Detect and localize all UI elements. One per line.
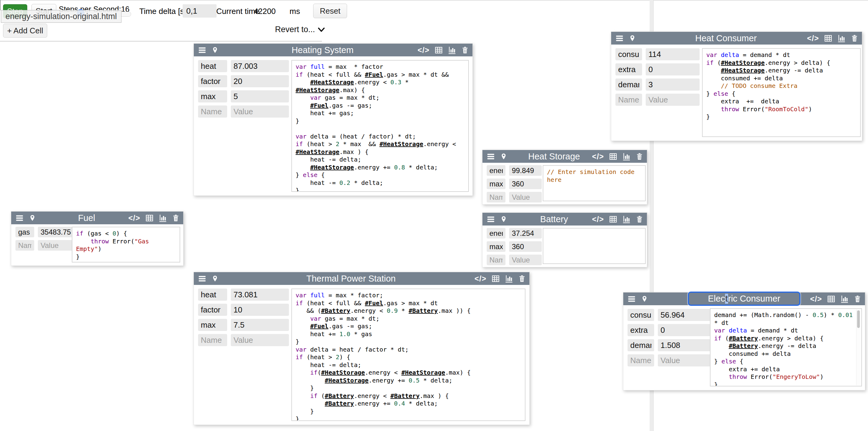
table-view-icon[interactable] <box>609 215 617 223</box>
code-editor[interactable]: var full = max * factor;if (heat < full … <box>291 289 525 421</box>
param-value-field[interactable] <box>509 241 542 252</box>
location-pin-icon[interactable] <box>641 295 648 303</box>
location-pin-icon[interactable] <box>212 275 218 283</box>
panel-title-input[interactable]: Electric Consumer <box>688 292 801 306</box>
code-editor[interactable]: var full = max * factorif (heat < full &… <box>291 60 469 192</box>
param-name-field[interactable] <box>198 334 227 346</box>
menu-icon[interactable] <box>16 214 24 222</box>
location-pin-icon[interactable] <box>500 215 507 223</box>
trash-icon[interactable] <box>172 214 180 222</box>
panel-header[interactable]: Fuel</> <box>11 211 183 224</box>
param-name-field[interactable] <box>627 354 654 367</box>
param-name-field[interactable] <box>16 227 34 237</box>
param-value-field[interactable] <box>646 94 700 106</box>
menu-icon[interactable] <box>627 295 636 303</box>
param-name-field[interactable] <box>627 309 654 321</box>
table-view-icon[interactable] <box>827 295 835 303</box>
param-name-field[interactable] <box>615 79 642 91</box>
param-name-field[interactable] <box>627 324 654 336</box>
param-value-field[interactable] <box>658 339 712 351</box>
param-name-field[interactable] <box>627 339 654 351</box>
table-view-icon[interactable] <box>145 214 154 222</box>
code-view-icon[interactable]: </> <box>128 214 140 223</box>
menu-icon[interactable] <box>198 275 206 283</box>
chart-view-icon[interactable] <box>622 152 630 161</box>
table-view-icon[interactable] <box>435 46 443 54</box>
param-name-field[interactable] <box>198 319 227 331</box>
param-value-field[interactable] <box>646 79 700 91</box>
menu-icon[interactable] <box>615 34 624 42</box>
param-name-field[interactable] <box>198 90 227 103</box>
trash-icon[interactable] <box>636 152 643 161</box>
param-name-field[interactable] <box>198 304 227 316</box>
trash-icon[interactable] <box>851 34 858 42</box>
code-view-icon[interactable]: </> <box>592 215 604 224</box>
param-value-field[interactable] <box>509 192 542 202</box>
param-name-field[interactable] <box>487 228 505 238</box>
location-pin-icon[interactable] <box>629 34 636 42</box>
code-editor[interactable]: var delta = demand * dtif (#HeatStorage.… <box>702 48 861 137</box>
revert-to-dropdown[interactable]: Revert to... <box>275 25 325 34</box>
menu-icon[interactable] <box>198 46 206 54</box>
param-name-field[interactable] <box>198 60 227 72</box>
param-name-field[interactable] <box>198 75 227 87</box>
panel-title[interactable]: Heat Storage <box>519 151 589 162</box>
location-pin-icon[interactable] <box>29 214 36 222</box>
panel-header[interactable]: Heat Storage</> <box>483 150 647 163</box>
panel-title[interactable]: Fuel <box>48 213 126 223</box>
table-view-icon[interactable] <box>824 34 832 42</box>
param-value-field[interactable] <box>658 324 712 336</box>
param-name-field[interactable] <box>487 178 505 189</box>
time-delta-input[interactable] <box>183 4 217 18</box>
param-value-field[interactable] <box>231 90 289 103</box>
param-name-field[interactable] <box>487 255 505 265</box>
trash-icon[interactable] <box>854 295 861 303</box>
param-value-field[interactable] <box>231 60 289 72</box>
chart-view-icon[interactable] <box>448 46 456 54</box>
param-value-field[interactable] <box>38 227 75 237</box>
menu-icon[interactable] <box>487 152 495 161</box>
trash-icon[interactable] <box>518 275 526 283</box>
chart-view-icon[interactable] <box>840 295 848 303</box>
param-name-field[interactable] <box>16 240 34 251</box>
param-value-field[interactable] <box>231 75 289 87</box>
code-scrollbar-thumb[interactable] <box>857 310 860 328</box>
panel-header[interactable]: Thermal Power Station</> <box>194 272 529 285</box>
chart-view-icon[interactable] <box>505 275 513 283</box>
param-value-field[interactable] <box>231 289 289 301</box>
param-name-field[interactable] <box>198 106 227 118</box>
table-view-icon[interactable] <box>492 275 500 283</box>
code-editor[interactable] <box>543 228 646 264</box>
location-pin-icon[interactable] <box>500 152 507 160</box>
param-value-field[interactable] <box>646 63 700 76</box>
location-pin-icon[interactable] <box>212 46 218 54</box>
param-name-field[interactable] <box>198 289 227 301</box>
param-value-field[interactable] <box>509 228 542 238</box>
code-view-icon[interactable]: </> <box>474 274 486 283</box>
param-value-field[interactable] <box>509 165 542 176</box>
code-scrollbar[interactable] <box>856 310 861 385</box>
chart-view-icon[interactable] <box>159 214 167 222</box>
param-name-field[interactable] <box>615 48 642 60</box>
param-name-field[interactable] <box>615 94 642 106</box>
chart-view-icon[interactable] <box>622 215 630 223</box>
param-name-field[interactable] <box>487 241 505 252</box>
trash-icon[interactable] <box>461 46 469 54</box>
table-view-icon[interactable] <box>609 152 617 161</box>
code-view-icon[interactable]: </> <box>807 34 819 43</box>
param-name-field[interactable] <box>487 192 505 202</box>
param-value-field[interactable] <box>509 178 542 189</box>
param-value-field[interactable] <box>231 334 289 346</box>
reset-button[interactable]: Reset <box>313 4 347 18</box>
trash-icon[interactable] <box>636 215 643 223</box>
param-value-field[interactable] <box>658 354 712 367</box>
panel-title[interactable]: Heat Consumer <box>648 33 804 44</box>
param-value-field[interactable] <box>646 48 700 60</box>
param-value-field[interactable] <box>509 255 542 265</box>
code-editor[interactable]: if (gas < 0) { throw Error("GasEmpty")} <box>72 227 180 262</box>
param-value-field[interactable] <box>38 240 75 251</box>
panel-header[interactable]: Heating System</> <box>194 44 472 56</box>
panel-title[interactable]: Thermal Power Station <box>230 274 472 284</box>
add-cell-button[interactable]: + Add Cell <box>3 24 47 37</box>
param-name-field[interactable] <box>487 165 505 176</box>
